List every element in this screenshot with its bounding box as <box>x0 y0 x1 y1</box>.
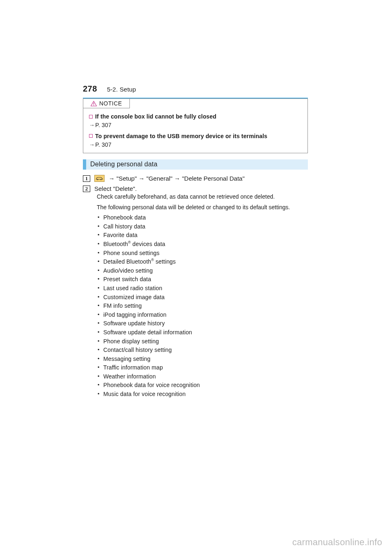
warning-triangle-icon <box>91 101 97 106</box>
notice-tab: NOTICE <box>83 99 130 108</box>
list-item: Phonebook data for voice recognition <box>97 381 308 389</box>
watermark: carmanualsonline.info <box>292 537 382 548</box>
list-item: Bluetooth® devices data <box>97 240 308 248</box>
steps: 1 "Setup" "General" "Delete Personal Dat… <box>83 172 308 192</box>
header-row: 278 5-2. Setup <box>83 84 308 94</box>
notice-heading-1: If the console box lid cannot be fully c… <box>89 112 302 121</box>
list-item: Audio/video setting <box>97 267 308 275</box>
list-item: Contact/call history setting <box>97 346 308 354</box>
list-item: Preset switch data <box>97 275 308 284</box>
list-item: Phonebook data <box>97 214 308 222</box>
svg-point-4 <box>100 179 102 180</box>
list-item: Last used radio station <box>97 284 308 293</box>
note-2: The following personal data will be dele… <box>97 204 308 212</box>
list-item: Software update history <box>97 320 308 328</box>
step-2-text: Select "Delete". <box>94 185 137 192</box>
list-item: Customized image data <box>97 293 308 302</box>
square-bullet-icon <box>89 115 93 119</box>
list-item: Messaging setting <box>97 355 308 363</box>
notice-box: NOTICE If the console box lid cannot be … <box>83 98 308 153</box>
svg-point-3 <box>97 179 98 180</box>
notice-ref-2: P. 307 <box>89 141 302 149</box>
section-heading: Deleting personal data <box>83 159 308 170</box>
list-item: Call history data <box>97 223 308 231</box>
list-item: Traffic information map <box>97 364 308 372</box>
notice-heading-1-text: If the console box lid cannot be fully c… <box>95 112 216 121</box>
list-item: iPod tagging information <box>97 311 308 319</box>
list-item: Favorite data <box>97 231 308 239</box>
notice-body: If the console box lid cannot be fully c… <box>83 108 307 153</box>
notice-tab-label: NOTICE <box>99 100 122 107</box>
notice-heading-2: To prevent damage to the USB memory devi… <box>89 132 302 140</box>
svg-point-2 <box>94 105 94 105</box>
section-label: 5-2. Setup <box>107 86 136 93</box>
list-item: Phone display setting <box>97 338 308 346</box>
bullet-list: Phonebook data Call history data Favorit… <box>97 214 308 398</box>
manual-page: 278 5-2. Setup NOTICE If the console box… <box>0 0 392 555</box>
note-1: Check carefully beforehand, as data cann… <box>97 193 308 201</box>
list-item: Weather information <box>97 373 308 381</box>
step-details: Check carefully beforehand, as data cann… <box>97 193 308 399</box>
step-number-1-icon: 1 <box>83 175 90 182</box>
list-item: Detailed Bluetooth® settings <box>97 258 308 266</box>
step-1-path: "Setup" "General" "Delete Personal Data" <box>109 175 245 182</box>
list-item: Music data for voice recognition <box>97 390 308 398</box>
step-1: 1 "Setup" "General" "Delete Personal Dat… <box>83 175 308 182</box>
step-2: 2 Select "Delete". <box>83 185 308 192</box>
notice-ref-1: P. 307 <box>89 121 302 129</box>
square-bullet-icon <box>89 134 93 138</box>
list-item: Phone sound settings <box>97 249 308 257</box>
list-item: Software update detail information <box>97 329 308 337</box>
page-number: 278 <box>83 84 97 94</box>
step-number-2-icon: 2 <box>83 186 90 192</box>
car-button-icon <box>94 175 105 182</box>
list-item: FM info setting <box>97 302 308 310</box>
notice-heading-2-text: To prevent damage to the USB memory devi… <box>95 132 267 140</box>
page-header: 278 5-2. Setup <box>83 84 308 98</box>
